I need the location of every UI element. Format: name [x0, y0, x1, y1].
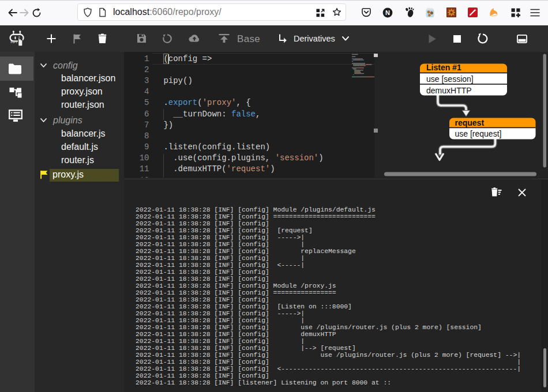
svg-text:use [session]: use [session] [426, 74, 474, 84]
svg-text:PIPY: PIPY [11, 41, 18, 44]
svg-text:demuxHTTP: demuxHTTP [426, 86, 472, 95]
svg-text:use [request]: use [request] [455, 129, 502, 138]
svg-text:Listen #1: Listen #1 [426, 63, 461, 72]
svg-text:request: request [455, 118, 485, 127]
svg-text:N: N [385, 9, 390, 16]
